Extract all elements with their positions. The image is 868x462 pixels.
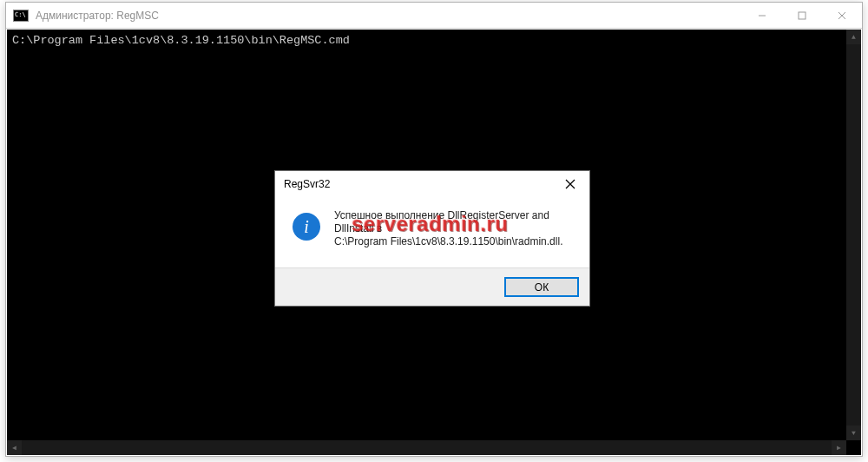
close-button[interactable] (822, 3, 862, 28)
ok-button[interactable]: ОК (504, 277, 579, 297)
regsvr32-dialog: RegSvr32 i Успешное выполнение DllRegist… (274, 170, 590, 307)
close-icon (838, 11, 846, 20)
dialog-body: i Успешное выполнение DllRegisterServer … (275, 197, 589, 267)
horizontal-scrollbar[interactable]: ◀ ▶ (7, 440, 846, 455)
console-line: C:\Program Files\1cv8\8.3.19.1150\bin\Re… (12, 33, 856, 49)
info-icon: i (293, 213, 320, 241)
dialog-footer: ОК (275, 267, 589, 306)
scroll-right-button[interactable]: ▶ (832, 440, 846, 455)
dialog-close-button[interactable] (551, 171, 589, 197)
scroll-track-v[interactable] (846, 44, 861, 426)
ok-button-label: ОК (535, 281, 549, 294)
console-titlebar[interactable]: Администратор: RegMSC (6, 3, 862, 29)
scroll-up-button[interactable]: ▲ (846, 30, 861, 44)
dialog-title: RegSvr32 (284, 178, 330, 190)
close-icon (565, 179, 575, 189)
scroll-track-h[interactable] (22, 440, 832, 455)
dialog-message: Успешное выполнение DllRegisterServer an… (334, 209, 572, 248)
scroll-left-button[interactable]: ◀ (7, 440, 22, 455)
dialog-titlebar[interactable]: RegSvr32 (275, 171, 589, 197)
minimize-icon (758, 11, 766, 20)
vertical-scrollbar[interactable]: ▲ ▼ (846, 30, 861, 440)
cmd-icon (13, 10, 29, 22)
maximize-button[interactable] (782, 3, 822, 28)
dialog-message-line2: C:\Program Files\1cv8\8.3.19.1150\bin\ra… (334, 235, 562, 248)
window-title: Администратор: RegMSC (36, 10, 159, 22)
maximize-icon (798, 11, 806, 20)
dialog-message-line1: Успешное выполнение DllRegisterServer an… (334, 209, 549, 234)
svg-rect-1 (799, 12, 806, 19)
minimize-button[interactable] (742, 3, 782, 28)
scroll-down-button[interactable]: ▼ (846, 426, 861, 440)
window-controls (742, 3, 862, 28)
